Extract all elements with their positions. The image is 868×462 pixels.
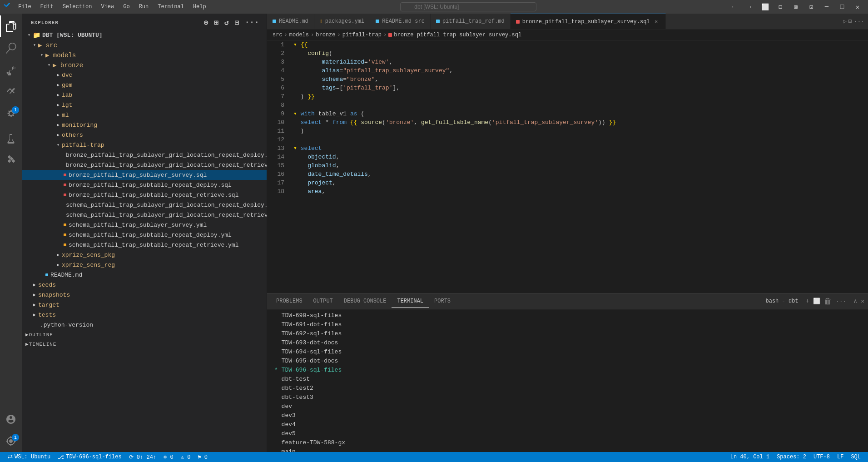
- status-remote[interactable]: ⮂ WSL: Ubuntu: [4, 452, 54, 462]
- menu-selection[interactable]: Selection: [59, 3, 96, 11]
- more-actions-button[interactable]: ···: [243, 17, 261, 28]
- status-warnings[interactable]: ⚠ 0: [177, 452, 194, 462]
- tree-xprize-sens-reg[interactable]: ▶ xprize_sens_reg: [22, 260, 267, 270]
- maximize-panel-button[interactable]: ∧: [853, 298, 857, 305]
- activity-accounts[interactable]: [0, 408, 22, 430]
- status-spaces[interactable]: Spaces: 2: [773, 454, 810, 460]
- menu-edit[interactable]: Edit: [37, 3, 57, 11]
- maximize-button[interactable]: □: [835, 0, 849, 14]
- tree-xprize-sens-pkg[interactable]: ▶ xprize_sens_pkg: [22, 250, 267, 260]
- panel-tab-output[interactable]: OUTPUT: [308, 295, 338, 307]
- tab-readme[interactable]: README.md: [267, 14, 314, 29]
- tab-pitfall-ref[interactable]: pitfall_trap_ref.md: [431, 14, 511, 29]
- tree-python-version[interactable]: .python-version: [22, 320, 267, 330]
- tree-schema-subtable-retrieve[interactable]: schema_pitfall_trap_subtable_repeat_retr…: [22, 240, 267, 250]
- collapse-button[interactable]: ⊟: [233, 17, 242, 28]
- panel-tab-ports[interactable]: PORTS: [429, 295, 456, 307]
- kill-terminal-button[interactable]: 🗑: [824, 297, 832, 306]
- nav-back-button[interactable]: ←: [727, 0, 741, 14]
- activity-run-debug[interactable]: [0, 81, 22, 103]
- refresh-button[interactable]: ↺: [223, 17, 231, 28]
- tree-bronze-sublayer-survey[interactable]: bronze_pitfall_trap_sublayer_survey.sql: [22, 170, 267, 180]
- menu-file[interactable]: File: [15, 3, 35, 11]
- more-editor-button[interactable]: ···: [854, 18, 864, 25]
- new-folder-button[interactable]: ⊞: [212, 17, 221, 28]
- tab-close-button[interactable]: ✕: [653, 18, 660, 25]
- close-panel-button[interactable]: ✕: [861, 298, 864, 305]
- activity-search[interactable]: [0, 37, 22, 59]
- new-terminal-button[interactable]: +: [806, 298, 809, 305]
- layout4-button[interactable]: ⊡: [804, 0, 818, 14]
- tree-bronze[interactable]: ▾ ▶ bronze: [22, 60, 267, 70]
- status-encoding[interactable]: UTF-8: [810, 454, 833, 460]
- breadcrumb-models[interactable]: models: [289, 32, 309, 38]
- status-language[interactable]: SQL: [847, 454, 864, 460]
- layout-button[interactable]: ⬜: [758, 0, 772, 14]
- menu-run[interactable]: Run: [135, 3, 153, 11]
- code-editor[interactable]: ▾ {{ config( materialized='view', alias=…: [290, 40, 841, 293]
- tree-bronze-subtable-deploy[interactable]: bronze_pitfall_trap_subtable_repeat_depl…: [22, 180, 267, 190]
- split-editor-button[interactable]: ⊟: [848, 18, 852, 25]
- tree-target[interactable]: ▶ target: [22, 300, 267, 310]
- tree-lab[interactable]: ▶ lab: [22, 90, 267, 100]
- tree-bronze-sublayer-grid-deploy[interactable]: bronze_pitfall_trap_sublayer_grid_locati…: [22, 150, 267, 160]
- run-button[interactable]: ▷: [843, 18, 847, 25]
- new-file-button[interactable]: ⊕: [202, 17, 211, 28]
- panel-tab-problems[interactable]: PROBLEMS: [271, 295, 308, 307]
- minimize-button[interactable]: ─: [820, 0, 833, 14]
- panel-tab-debug[interactable]: DEBUG CONSOLE: [338, 295, 392, 307]
- nav-forward-button[interactable]: →: [743, 0, 756, 14]
- tab-packages[interactable]: ! packages.yml: [314, 14, 370, 29]
- status-cursor[interactable]: Ln 40, Col 1: [727, 454, 773, 460]
- panel-tab-terminal[interactable]: TERMINAL: [392, 295, 429, 308]
- split-terminal-button[interactable]: ⬜: [813, 298, 820, 305]
- terminal-content[interactable]: TDW-690-sql-files TDW-691-dbt-files TDW-…: [267, 309, 868, 452]
- tree-ml[interactable]: ▶ ml: [22, 110, 267, 120]
- status-line-ending[interactable]: LF: [833, 454, 847, 460]
- tree-bronze-sublayer-grid-retrieve[interactable]: bronze_pitfall_trap_sublayer_grid_locati…: [22, 160, 267, 170]
- more-terminal-button[interactable]: ···: [836, 298, 846, 305]
- tab-readme-src[interactable]: README.md src: [370, 14, 431, 29]
- tree-lgt[interactable]: ▶ lgt: [22, 100, 267, 110]
- tree-readme[interactable]: README.md: [22, 270, 267, 280]
- status-info[interactable]: ⚑ 0: [194, 452, 211, 462]
- close-button[interactable]: ✕: [851, 0, 864, 14]
- layout2-button[interactable]: ⊟: [774, 0, 787, 14]
- outline-section[interactable]: ▶ OUTLINE: [22, 330, 267, 339]
- editor[interactable]: 1 2 3 4 5 6 7 8 9 10 11 12 13 14 15 16 1: [267, 40, 868, 293]
- tree-schema-sublayer-survey[interactable]: schema_pitfall_trap_sublayer_survey.yml: [22, 220, 267, 230]
- activity-test[interactable]: [0, 128, 22, 150]
- layout3-button[interactable]: ⊠: [789, 0, 803, 14]
- tree-pitfall-trap[interactable]: ▾ pitfall-trap: [22, 140, 267, 150]
- timeline-section[interactable]: ▶ TIMELINE: [22, 339, 267, 349]
- search-input[interactable]: [400, 2, 536, 11]
- activity-settings[interactable]: 1: [0, 430, 22, 452]
- menu-terminal[interactable]: Terminal: [154, 3, 188, 11]
- menu-go[interactable]: Go: [119, 3, 133, 11]
- tree-seeds[interactable]: ▶ seeds: [22, 280, 267, 290]
- tree-snapshots[interactable]: ▶ snapshots: [22, 290, 267, 300]
- activity-docker[interactable]: [0, 150, 22, 172]
- activity-explorer[interactable]: [0, 15, 22, 37]
- breadcrumb-file[interactable]: bronze_pitfall_trap_sublayer_survey.sql: [388, 32, 521, 38]
- menu-help[interactable]: Help: [189, 3, 210, 11]
- activity-source-control[interactable]: [0, 59, 22, 81]
- tree-src[interactable]: ▾ ▶ src: [22, 40, 267, 50]
- tab-bronze-survey[interactable]: bronze_pitfall_trap_sublayer_survey.sql …: [511, 14, 666, 29]
- menu-view[interactable]: View: [97, 3, 118, 11]
- status-errors[interactable]: ⊗ 0: [160, 452, 177, 462]
- tree-models[interactable]: ▾ ▶ models: [22, 50, 267, 60]
- tree-others[interactable]: ▶ others: [22, 130, 267, 140]
- tree-schema-sublayer-grid-retrieve[interactable]: schema_pitfall_trap_sublayer_grid_locati…: [22, 210, 267, 220]
- breadcrumb-src[interactable]: src: [273, 32, 283, 38]
- activity-extensions[interactable]: 1: [0, 103, 22, 124]
- tree-schema-sublayer-grid-deploy[interactable]: schema_pitfall_trap_sublayer_grid_locati…: [22, 200, 267, 210]
- tree-root[interactable]: ▾ 📁 DBT [WSL: UBUNTU]: [22, 30, 267, 40]
- tree-gem[interactable]: ▶ gem: [22, 80, 267, 90]
- tree-schema-subtable-deploy[interactable]: schema_pitfall_trap_subtable_repeat_depl…: [22, 230, 267, 240]
- tree-bronze-subtable-retrieve[interactable]: bronze_pitfall_trap_subtable_repeat_retr…: [22, 190, 267, 200]
- tree-tests[interactable]: ▶ tests: [22, 310, 267, 320]
- breadcrumb-pitfall-trap[interactable]: pitfall-trap: [342, 32, 382, 38]
- tree-monitoring[interactable]: ▶ monitoring: [22, 120, 267, 130]
- breadcrumb-bronze[interactable]: bronze: [316, 32, 335, 38]
